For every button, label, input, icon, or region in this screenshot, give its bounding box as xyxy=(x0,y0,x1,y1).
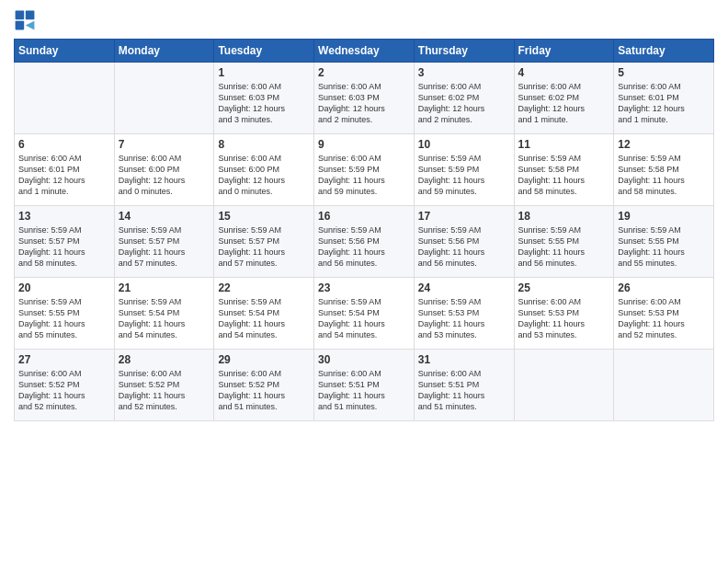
day-number: 1 xyxy=(218,66,310,79)
calendar-cell: 12Sunrise: 5:59 AM Sunset: 5:58 PM Dayli… xyxy=(614,134,714,206)
weekday-header-row: SundayMondayTuesdayWednesdayThursdayFrid… xyxy=(15,40,714,63)
svg-rect-1 xyxy=(26,11,35,20)
weekday-header-tuesday: Tuesday xyxy=(214,40,314,63)
day-info: Sunrise: 5:59 AM Sunset: 5:54 PM Dayligh… xyxy=(318,296,410,341)
header xyxy=(14,9,714,31)
day-number: 25 xyxy=(518,282,610,294)
day-number: 9 xyxy=(318,138,410,151)
calendar-cell: 4Sunrise: 6:00 AM Sunset: 6:02 PM Daylig… xyxy=(514,63,614,134)
svg-marker-3 xyxy=(26,21,35,30)
calendar-cell: 6Sunrise: 6:00 AM Sunset: 6:01 PM Daylig… xyxy=(15,134,115,206)
weekday-header-saturday: Saturday xyxy=(614,40,714,63)
logo xyxy=(14,9,40,31)
weekday-header-sunday: Sunday xyxy=(15,40,115,63)
day-number: 8 xyxy=(218,138,310,151)
day-info: Sunrise: 6:00 AM Sunset: 6:03 PM Dayligh… xyxy=(218,81,310,126)
day-info: Sunrise: 6:00 AM Sunset: 5:51 PM Dayligh… xyxy=(418,368,510,413)
day-number: 18 xyxy=(518,210,610,223)
day-number: 17 xyxy=(418,210,510,223)
day-number: 31 xyxy=(418,353,510,366)
day-number: 3 xyxy=(418,66,510,79)
weekday-header-monday: Monday xyxy=(114,40,214,63)
day-number: 24 xyxy=(418,282,510,294)
day-info: Sunrise: 5:59 AM Sunset: 5:57 PM Dayligh… xyxy=(119,224,210,270)
calendar-cell: 19Sunrise: 5:59 AM Sunset: 5:55 PM Dayli… xyxy=(614,206,714,278)
day-info: Sunrise: 5:59 AM Sunset: 5:57 PM Dayligh… xyxy=(218,224,310,270)
day-info: Sunrise: 5:59 AM Sunset: 5:58 PM Dayligh… xyxy=(618,153,710,198)
day-info: Sunrise: 6:00 AM Sunset: 5:52 PM Dayligh… xyxy=(119,368,210,413)
calendar-cell: 3Sunrise: 6:00 AM Sunset: 6:02 PM Daylig… xyxy=(414,63,514,134)
day-info: Sunrise: 6:00 AM Sunset: 5:59 PM Dayligh… xyxy=(318,153,410,198)
calendar-cell: 18Sunrise: 5:59 AM Sunset: 5:55 PM Dayli… xyxy=(514,206,614,278)
day-number: 6 xyxy=(18,138,110,151)
day-number: 13 xyxy=(18,210,110,223)
weekday-header-thursday: Thursday xyxy=(414,40,514,63)
day-info: Sunrise: 5:59 AM Sunset: 5:54 PM Dayligh… xyxy=(119,296,210,341)
day-info: Sunrise: 6:00 AM Sunset: 6:03 PM Dayligh… xyxy=(318,81,410,126)
calendar-week-4: 20Sunrise: 5:59 AM Sunset: 5:55 PM Dayli… xyxy=(15,278,714,350)
svg-rect-0 xyxy=(16,11,25,20)
logo-icon xyxy=(14,9,36,31)
calendar-cell: 30Sunrise: 6:00 AM Sunset: 5:51 PM Dayli… xyxy=(314,350,415,421)
day-number: 19 xyxy=(618,210,710,223)
calendar-table: SundayMondayTuesdayWednesdayThursdayFrid… xyxy=(14,39,714,421)
day-info: Sunrise: 6:00 AM Sunset: 5:52 PM Dayligh… xyxy=(218,368,310,413)
day-number: 7 xyxy=(119,138,210,151)
calendar-week-1: 1Sunrise: 6:00 AM Sunset: 6:03 PM Daylig… xyxy=(15,63,714,134)
day-info: Sunrise: 6:00 AM Sunset: 6:01 PM Dayligh… xyxy=(18,153,110,198)
day-info: Sunrise: 6:00 AM Sunset: 6:02 PM Dayligh… xyxy=(518,81,610,126)
day-info: Sunrise: 5:59 AM Sunset: 5:55 PM Dayligh… xyxy=(618,224,710,270)
weekday-header-wednesday: Wednesday xyxy=(314,40,415,63)
day-number: 16 xyxy=(318,210,410,223)
calendar-cell: 26Sunrise: 6:00 AM Sunset: 5:53 PM Dayli… xyxy=(614,278,714,350)
day-info: Sunrise: 6:00 AM Sunset: 6:01 PM Dayligh… xyxy=(618,81,710,126)
calendar-week-5: 27Sunrise: 6:00 AM Sunset: 5:52 PM Dayli… xyxy=(15,350,714,421)
day-info: Sunrise: 5:59 AM Sunset: 5:56 PM Dayligh… xyxy=(418,224,510,270)
calendar-cell: 15Sunrise: 5:59 AM Sunset: 5:57 PM Dayli… xyxy=(214,206,314,278)
calendar-cell xyxy=(614,350,714,421)
calendar-cell xyxy=(114,63,214,134)
day-number: 23 xyxy=(318,282,410,294)
calendar-cell: 1Sunrise: 6:00 AM Sunset: 6:03 PM Daylig… xyxy=(214,63,314,134)
day-number: 26 xyxy=(618,282,710,294)
page: SundayMondayTuesdayWednesdayThursdayFrid… xyxy=(0,0,728,563)
day-number: 14 xyxy=(119,210,210,223)
calendar-week-3: 13Sunrise: 5:59 AM Sunset: 5:57 PM Dayli… xyxy=(15,206,714,278)
calendar-cell: 28Sunrise: 6:00 AM Sunset: 5:52 PM Dayli… xyxy=(114,350,214,421)
day-number: 11 xyxy=(518,138,610,151)
calendar-cell: 27Sunrise: 6:00 AM Sunset: 5:52 PM Dayli… xyxy=(15,350,115,421)
calendar-cell: 31Sunrise: 6:00 AM Sunset: 5:51 PM Dayli… xyxy=(414,350,514,421)
day-info: Sunrise: 5:59 AM Sunset: 5:57 PM Dayligh… xyxy=(18,224,110,270)
day-info: Sunrise: 5:59 AM Sunset: 5:56 PM Dayligh… xyxy=(318,224,410,270)
calendar-cell xyxy=(514,350,614,421)
calendar-cell: 2Sunrise: 6:00 AM Sunset: 6:03 PM Daylig… xyxy=(314,63,415,134)
day-info: Sunrise: 6:00 AM Sunset: 6:02 PM Dayligh… xyxy=(418,81,510,126)
calendar-cell: 24Sunrise: 5:59 AM Sunset: 5:53 PM Dayli… xyxy=(414,278,514,350)
day-info: Sunrise: 6:00 AM Sunset: 5:53 PM Dayligh… xyxy=(618,296,710,341)
calendar-cell: 25Sunrise: 6:00 AM Sunset: 5:53 PM Dayli… xyxy=(514,278,614,350)
day-number: 10 xyxy=(418,138,510,151)
calendar-cell: 16Sunrise: 5:59 AM Sunset: 5:56 PM Dayli… xyxy=(314,206,415,278)
calendar-cell: 10Sunrise: 5:59 AM Sunset: 5:59 PM Dayli… xyxy=(414,134,514,206)
calendar-cell: 8Sunrise: 6:00 AM Sunset: 6:00 PM Daylig… xyxy=(214,134,314,206)
calendar-cell: 7Sunrise: 6:00 AM Sunset: 6:00 PM Daylig… xyxy=(114,134,214,206)
weekday-header-friday: Friday xyxy=(514,40,614,63)
day-number: 2 xyxy=(318,66,410,79)
day-info: Sunrise: 5:59 AM Sunset: 5:59 PM Dayligh… xyxy=(418,153,510,198)
calendar-cell: 22Sunrise: 5:59 AM Sunset: 5:54 PM Dayli… xyxy=(214,278,314,350)
day-number: 22 xyxy=(218,282,310,294)
calendar-cell: 11Sunrise: 5:59 AM Sunset: 5:58 PM Dayli… xyxy=(514,134,614,206)
calendar-cell: 23Sunrise: 5:59 AM Sunset: 5:54 PM Dayli… xyxy=(314,278,415,350)
day-number: 20 xyxy=(18,282,110,294)
day-number: 12 xyxy=(618,138,710,151)
day-number: 4 xyxy=(518,66,610,79)
day-number: 28 xyxy=(119,353,210,366)
day-info: Sunrise: 6:00 AM Sunset: 6:00 PM Dayligh… xyxy=(218,153,310,198)
svg-rect-2 xyxy=(16,21,25,30)
calendar-cell xyxy=(15,63,115,134)
day-info: Sunrise: 5:59 AM Sunset: 5:58 PM Dayligh… xyxy=(518,153,610,198)
calendar-week-2: 6Sunrise: 6:00 AM Sunset: 6:01 PM Daylig… xyxy=(15,134,714,206)
day-info: Sunrise: 6:00 AM Sunset: 6:00 PM Dayligh… xyxy=(119,153,210,198)
day-info: Sunrise: 5:59 AM Sunset: 5:54 PM Dayligh… xyxy=(218,296,310,341)
day-number: 30 xyxy=(318,353,410,366)
